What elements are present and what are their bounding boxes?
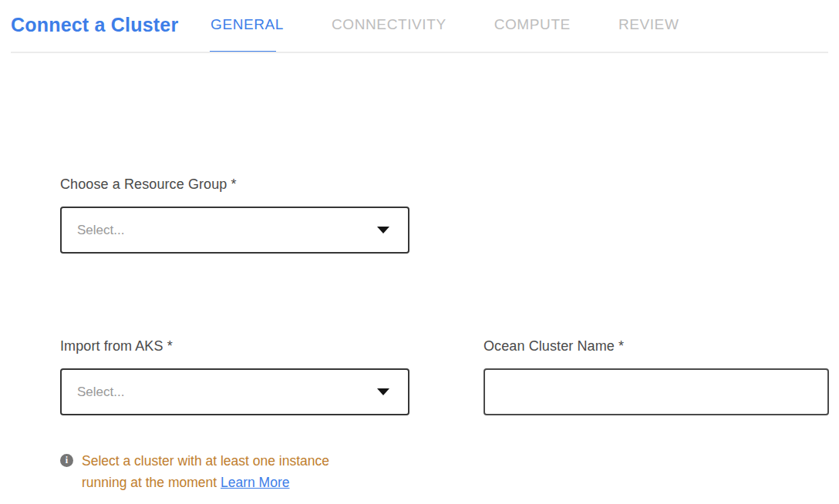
import-from-aks-select-value: Select... [77,385,124,400]
tab-general[interactable]: GENERAL [211,16,284,33]
import-from-aks-select[interactable]: Select... [60,368,409,415]
tab-compute[interactable]: COMPUTE [494,16,571,33]
resource-group-select[interactable]: Select... [60,207,409,254]
chevron-down-icon [377,388,389,395]
wizard-step-tabs: GENERAL CONNECTIVITY COMPUTE REVIEW [211,16,679,33]
learn-more-link[interactable]: Learn More [221,475,290,490]
tab-review[interactable]: REVIEW [618,16,679,33]
info-note-text: Select a cluster with at least one insta… [82,450,369,493]
ocean-cluster-name-input[interactable] [484,368,829,415]
resource-group-select-value: Select... [77,223,124,238]
info-icon: i [60,454,73,467]
connect-cluster-wizard: Connect a Cluster GENERAL CONNECTIVITY C… [0,0,839,504]
header-divider [11,52,828,53]
cluster-instance-info-note: i Select a cluster with at least one ins… [60,450,369,493]
page-title: Connect a Cluster [11,14,178,36]
chevron-down-icon [377,227,389,234]
import-from-aks-field: Import from AKS * Select... [60,338,409,415]
import-from-aks-label: Import from AKS * [60,338,409,354]
resource-group-label: Choose a Resource Group * [60,176,409,193]
ocean-cluster-name-field: Ocean Cluster Name * [484,338,829,415]
tab-connectivity[interactable]: CONNECTIVITY [332,16,446,33]
resource-group-field: Choose a Resource Group * Select... [60,176,409,254]
ocean-cluster-name-label: Ocean Cluster Name * [484,338,829,354]
info-note-message: Select a cluster with at least one insta… [82,453,329,490]
